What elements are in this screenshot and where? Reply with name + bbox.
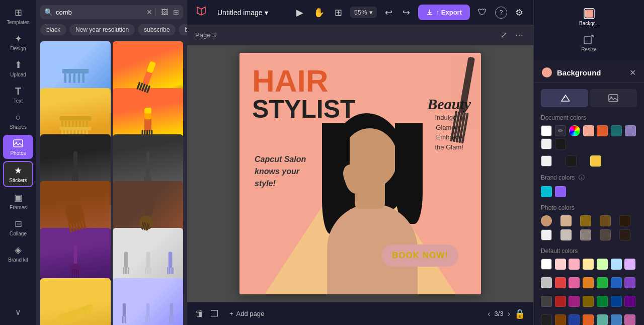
image-tab[interactable] bbox=[590, 89, 637, 107]
photo-color-8[interactable] bbox=[600, 229, 611, 240]
prev-page-button[interactable]: ‹ bbox=[488, 309, 490, 318]
photo-color-4[interactable] bbox=[619, 215, 630, 226]
sidebar-item-frames[interactable]: ▣ Frames bbox=[3, 189, 33, 213]
brand-info-icon[interactable]: ⓘ bbox=[579, 174, 585, 181]
dc-3-2[interactable] bbox=[555, 296, 566, 307]
sidebar-collapse-btn[interactable]: ∨ bbox=[11, 303, 25, 321]
grid-item[interactable] bbox=[113, 278, 183, 325]
sidebar-item-templates[interactable]: ⊞ Templates bbox=[3, 4, 33, 28]
chip-subscribe[interactable]: subscribe bbox=[138, 24, 176, 35]
sidebar-item-brand[interactable]: ◈ Brand kit bbox=[3, 241, 33, 266]
book-now-btn[interactable]: BOOK NOW! bbox=[382, 245, 458, 267]
dc-3-4[interactable] bbox=[583, 296, 594, 307]
search-clear-icon[interactable]: ✕ bbox=[146, 8, 152, 16]
sidebar-item-photos[interactable]: Photos bbox=[3, 135, 33, 159]
doc-color-peach[interactable] bbox=[583, 125, 594, 136]
dc-1-2[interactable] bbox=[555, 259, 566, 270]
undo-button[interactable]: ↩ bbox=[383, 5, 394, 20]
photo-color-7[interactable] bbox=[580, 229, 591, 240]
photo-swatch-thumb[interactable] bbox=[541, 215, 552, 226]
doc-color-2-3[interactable] bbox=[590, 155, 601, 167]
dc-3-7[interactable] bbox=[624, 296, 635, 307]
doc-color-2-1[interactable] bbox=[541, 155, 552, 167]
background-color-preview[interactable] bbox=[542, 67, 552, 77]
shield-button[interactable]: 🛡 bbox=[476, 5, 489, 20]
expand-canvas-button[interactable]: ⤢ bbox=[499, 28, 509, 42]
photo-color-3[interactable] bbox=[600, 215, 611, 226]
copy-page-button[interactable]: ❐ bbox=[210, 308, 218, 319]
delete-page-button[interactable]: 🗑 bbox=[195, 308, 204, 319]
sidebar-item-shapes[interactable]: ○ Shapes bbox=[3, 109, 33, 133]
dc-1-6[interactable] bbox=[611, 259, 622, 270]
dc-1-7[interactable] bbox=[624, 259, 635, 270]
photo-color-1[interactable] bbox=[560, 215, 572, 226]
doc-color-teal[interactable] bbox=[611, 125, 622, 136]
brand-color-purple[interactable] bbox=[555, 186, 566, 197]
photo-color-2[interactable] bbox=[580, 215, 591, 226]
photo-color-5[interactable] bbox=[541, 229, 552, 240]
sidebar-item-text[interactable]: T Text bbox=[3, 83, 33, 107]
doc-color-purple[interactable] bbox=[625, 125, 636, 136]
photo-color-9[interactable] bbox=[619, 229, 630, 240]
dc-1-1[interactable] bbox=[541, 259, 552, 270]
dc-4-2[interactable] bbox=[555, 314, 566, 325]
dc-3-5[interactable] bbox=[597, 296, 608, 307]
canvas-more-button[interactable]: ⋯ bbox=[513, 28, 525, 42]
sidebar-item-design[interactable]: ✦ Design bbox=[3, 30, 33, 54]
dc-1-4[interactable] bbox=[583, 259, 594, 270]
next-page-button[interactable]: › bbox=[508, 309, 510, 318]
doc-color-orange[interactable] bbox=[597, 125, 608, 136]
grid-item[interactable] bbox=[40, 278, 111, 325]
dc-2-6[interactable] bbox=[611, 277, 622, 288]
canvas-page[interactable]: HAIR STYLIST Capcut Salonknows yourstyle… bbox=[239, 53, 481, 294]
dc-3-6[interactable] bbox=[611, 296, 622, 307]
doc-color-rainbow[interactable] bbox=[569, 125, 580, 136]
right-panel-background-tab[interactable]: Backgr... bbox=[575, 4, 603, 30]
doc-color-white[interactable] bbox=[541, 125, 552, 136]
dc-4-5[interactable] bbox=[597, 314, 608, 325]
hand-tool-button[interactable]: ✋ bbox=[311, 5, 327, 20]
dc-4-3[interactable] bbox=[569, 314, 580, 325]
brand-color-cyan[interactable] bbox=[541, 186, 552, 197]
sidebar-item-upload[interactable]: ⬆ Upload bbox=[3, 56, 33, 80]
dc-2-5[interactable] bbox=[597, 277, 608, 288]
dc-2-7[interactable] bbox=[624, 277, 635, 288]
dc-2-2[interactable] bbox=[555, 277, 566, 288]
doc-color-black[interactable] bbox=[555, 138, 566, 149]
doc-color-pencil[interactable]: ✏ bbox=[555, 125, 566, 136]
dc-4-4[interactable] bbox=[583, 314, 594, 325]
background-panel-close[interactable]: ✕ bbox=[629, 68, 636, 77]
search-input[interactable] bbox=[56, 9, 143, 16]
document-title[interactable]: Untitled image ▾ bbox=[217, 9, 268, 17]
dc-2-3[interactable] bbox=[569, 277, 580, 288]
doc-color-2-2[interactable] bbox=[566, 155, 577, 167]
export-button[interactable]: ↑ Export bbox=[418, 5, 470, 20]
dc-3-1[interactable] bbox=[541, 296, 552, 307]
photo-color-6[interactable] bbox=[560, 229, 572, 240]
lock-button[interactable]: 🔒 bbox=[514, 308, 525, 319]
dc-4-6[interactable] bbox=[611, 314, 622, 325]
redo-button[interactable]: ↪ bbox=[400, 5, 412, 20]
dc-4-1[interactable] bbox=[541, 314, 552, 325]
add-page-button[interactable]: + Add page bbox=[224, 307, 269, 320]
dc-3-3[interactable] bbox=[569, 296, 580, 307]
dc-4-7[interactable] bbox=[624, 314, 635, 325]
settings-button[interactable]: ⚙ bbox=[513, 5, 525, 20]
dc-1-3[interactable] bbox=[569, 259, 580, 270]
right-panel-resize-tab[interactable]: Resize bbox=[577, 30, 601, 56]
chip-newyear[interactable]: New year resolution bbox=[69, 24, 135, 35]
fill-tab[interactable] bbox=[541, 89, 588, 107]
dc-2-4[interactable] bbox=[583, 277, 594, 288]
dc-2-1[interactable] bbox=[541, 277, 552, 288]
search-filter-icon[interactable]: ⊞ bbox=[173, 8, 179, 16]
doc-color-light[interactable] bbox=[541, 138, 552, 149]
dc-1-5[interactable] bbox=[597, 259, 608, 270]
search-image-icon[interactable]: 🖼 bbox=[161, 8, 168, 16]
sidebar-item-collage[interactable]: ⊟ Collage bbox=[3, 215, 33, 239]
zoom-control[interactable]: 55% ▾ bbox=[350, 7, 377, 18]
layout-button[interactable]: ⊞ bbox=[333, 5, 344, 20]
help-button[interactable]: ? bbox=[495, 7, 507, 19]
chip-more[interactable]: ba... bbox=[179, 24, 187, 35]
play-button[interactable]: ▶ bbox=[294, 5, 305, 20]
chip-black[interactable]: black bbox=[40, 24, 66, 35]
